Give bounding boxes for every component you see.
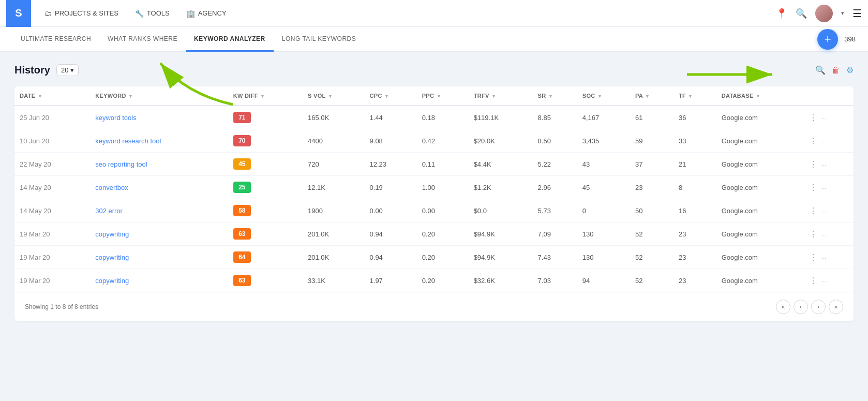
- cell-database: Google.com: [716, 176, 804, 199]
- add-button[interactable]: +: [817, 29, 838, 50]
- cell-tf: 21: [674, 153, 716, 176]
- tab-ultimate-research[interactable]: ULTIMATE RESEARCH: [12, 27, 99, 52]
- cell-soc: 3,435: [577, 129, 630, 153]
- per-page-select[interactable]: 20 ▾: [56, 64, 79, 76]
- tab-what-ranks-where[interactable]: WHAT RANKS WHERE: [99, 27, 186, 52]
- keyword-link[interactable]: seo reporting tool: [95, 160, 147, 168]
- tab-keyword-analyzer[interactable]: KEYWORD ANALYZER: [186, 27, 274, 52]
- settings-icon[interactable]: ⚙: [846, 65, 854, 75]
- row-dots-icon[interactable]: ···: [821, 232, 826, 238]
- cell-keyword: keyword tools: [90, 106, 228, 129]
- row-menu-icon[interactable]: ⋮: [809, 230, 817, 239]
- col-ppc[interactable]: PPC ▾: [417, 86, 469, 106]
- row-menu-icon[interactable]: ⋮: [809, 253, 817, 262]
- cell-ppc: 0.20: [417, 246, 469, 269]
- row-menu-icon[interactable]: ⋮: [809, 137, 817, 145]
- row-dots-icon[interactable]: ···: [821, 185, 826, 191]
- location-icon-btn[interactable]: 📍: [776, 8, 787, 19]
- cell-trfv: $1.2K: [469, 176, 533, 199]
- col-date[interactable]: Date ▾: [14, 86, 90, 106]
- row-menu-icon[interactable]: ⋮: [809, 160, 817, 169]
- page-last[interactable]: »: [829, 300, 843, 314]
- page-next[interactable]: ›: [811, 300, 826, 314]
- trash-icon[interactable]: 🗑: [832, 66, 840, 75]
- cell-row-actions: ⋮ ···: [804, 176, 854, 199]
- cell-row-actions: ⋮ ···: [804, 106, 854, 129]
- avatar[interactable]: [815, 5, 833, 22]
- cell-date: 10 Jun 20: [14, 129, 90, 153]
- cell-cpc: 0.19: [365, 176, 417, 199]
- row-menu-icon[interactable]: ⋮: [809, 276, 817, 285]
- col-soc[interactable]: SOC ▾: [577, 86, 630, 106]
- col-trfv[interactable]: TRFV ▾: [469, 86, 533, 106]
- keyword-link[interactable]: convertbox: [95, 184, 128, 191]
- page-first[interactable]: «: [776, 300, 790, 314]
- cell-sr: 7.03: [533, 269, 577, 292]
- col-sr[interactable]: SR ▾: [533, 86, 577, 106]
- cell-trfv: $94.9K: [469, 246, 533, 269]
- cell-ppc: 1.00: [417, 176, 469, 199]
- search-table-icon[interactable]: 🔍: [815, 65, 826, 75]
- cell-s-vol: 201.0K: [303, 246, 365, 269]
- top-nav-right: 📍 🔍 ▾ ☰: [776, 5, 862, 22]
- cell-cpc: 12.23: [365, 153, 417, 176]
- keyword-link[interactable]: copywriting: [95, 230, 129, 238]
- col-tf[interactable]: TF ▾: [674, 86, 716, 106]
- row-menu-icon[interactable]: ⋮: [809, 206, 817, 215]
- top-nav: S 🗂 PROJECTS & SITES 🔧 TOOLS 🏢 AGENCY 📍 …: [0, 0, 868, 27]
- row-dots-icon[interactable]: ···: [821, 139, 826, 145]
- cell-row-actions: ⋮ ···: [804, 199, 854, 222]
- row-dots-icon[interactable]: ···: [821, 278, 826, 285]
- svol-sort-icon: ▾: [329, 94, 332, 99]
- hamburger-menu[interactable]: ☰: [852, 7, 862, 20]
- col-s-vol[interactable]: S VOL ▾: [303, 86, 365, 106]
- row-dots-icon[interactable]: ···: [821, 209, 826, 215]
- col-kw-diff[interactable]: KW DIFF ▾: [228, 86, 303, 106]
- keyword-link[interactable]: keyword tools: [95, 114, 136, 122]
- col-cpc[interactable]: CPC ▾: [365, 86, 417, 106]
- row-menu-icon[interactable]: ⋮: [809, 183, 817, 192]
- page-prev[interactable]: ‹: [794, 300, 808, 314]
- tab-long-tail-keywords[interactable]: LONG TAIL KEYWORDS: [274, 27, 364, 52]
- nav-tools[interactable]: 🔧 TOOLS: [128, 6, 177, 21]
- kw-diff-badge: 71: [233, 112, 251, 123]
- search-btn[interactable]: 🔍: [796, 8, 807, 19]
- cell-keyword: seo reporting tool: [90, 153, 228, 176]
- row-dots-icon[interactable]: ···: [821, 162, 826, 168]
- kwdiff-sort-icon: ▾: [261, 94, 264, 99]
- avatar-chevron[interactable]: ▾: [841, 10, 844, 17]
- cell-keyword: convertbox: [90, 176, 228, 199]
- row-dots-icon[interactable]: ···: [821, 255, 826, 261]
- cell-kw-diff: 64: [228, 246, 303, 269]
- cell-kw-diff: 45: [228, 153, 303, 176]
- cell-trfv: $119.1K: [469, 106, 533, 129]
- cell-ppc: 0.20: [417, 269, 469, 292]
- cell-date: 22 May 20: [14, 153, 90, 176]
- keyword-link[interactable]: copywriting: [95, 277, 129, 285]
- cell-pa: 23: [630, 176, 674, 199]
- cell-kw-diff: 25: [228, 176, 303, 199]
- col-database[interactable]: Database ▾: [716, 86, 804, 106]
- cell-cpc: 1.44: [365, 106, 417, 129]
- showing-text: Showing 1 to 8 of 8 entries: [25, 303, 98, 310]
- nav-agency[interactable]: 🏢 AGENCY: [179, 6, 234, 21]
- nav-projects[interactable]: 🗂 PROJECTS & SITES: [37, 6, 126, 21]
- keyword-link[interactable]: 302 error: [95, 207, 123, 215]
- kw-diff-badge: 63: [233, 275, 251, 286]
- table-row: 22 May 20 seo reporting tool 45 720 12.2…: [14, 153, 854, 176]
- cell-sr: 7.09: [533, 222, 577, 246]
- cell-database: Google.com: [716, 222, 804, 246]
- cell-ppc: 0.11: [417, 153, 469, 176]
- keyword-link[interactable]: copywriting: [95, 254, 129, 261]
- history-header: History 20 ▾ 🔍 🗑 ⚙: [14, 64, 854, 76]
- cell-ppc: 0.20: [417, 222, 469, 246]
- table-row: 14 May 20 convertbox 25 12.1K 0.19 1.00 …: [14, 176, 854, 199]
- cell-tf: 36: [674, 106, 716, 129]
- col-keyword[interactable]: Keyword ▾: [90, 86, 228, 106]
- row-menu-icon[interactable]: ⋮: [809, 113, 817, 122]
- row-dots-icon[interactable]: ···: [821, 115, 826, 122]
- cell-database: Google.com: [716, 246, 804, 269]
- keyword-link[interactable]: keyword research tool: [95, 137, 161, 145]
- col-actions: [804, 86, 854, 106]
- col-pa[interactable]: PA ▾: [630, 86, 674, 106]
